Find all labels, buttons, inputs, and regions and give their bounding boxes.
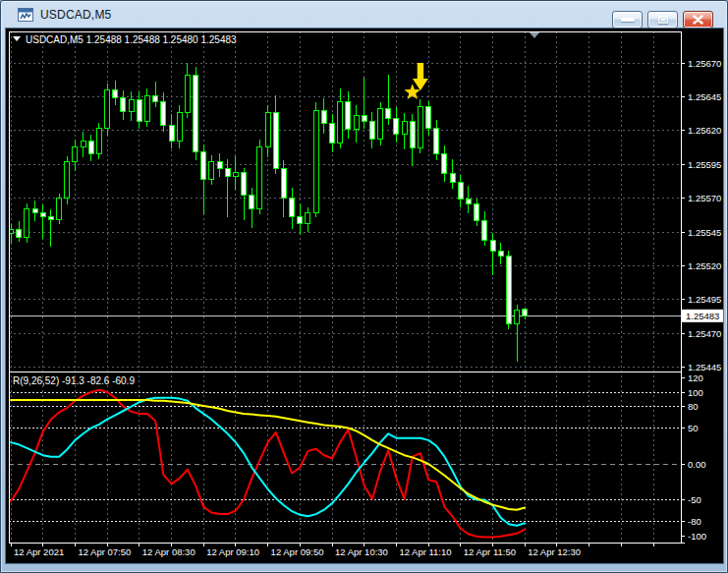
candle	[265, 113, 270, 146]
indicator-label: R(9,26,52) -91.3 -82.6 -60.9	[13, 375, 135, 386]
candle	[25, 209, 29, 238]
indicator-tick-label: 0.00	[688, 459, 706, 470]
current-price-label: 1.25483	[686, 311, 719, 321]
time-tick-label: 12 Apr 2021	[14, 546, 64, 557]
candle	[129, 99, 134, 111]
close-icon	[693, 15, 703, 25]
candle	[442, 153, 447, 174]
candle	[88, 142, 93, 153]
time-tick-label: 12 Apr 10:30	[335, 546, 388, 557]
minimize-button[interactable]	[612, 11, 643, 29]
candle	[242, 172, 247, 195]
candle	[426, 106, 431, 128]
price-tick-label: 1.25520	[688, 260, 721, 271]
time-tick-label: 12 Apr 08:30	[142, 546, 196, 557]
candle	[306, 213, 310, 224]
candle	[482, 221, 487, 240]
indicator-tick-label: -80	[688, 516, 701, 527]
candle	[290, 199, 295, 217]
time-tick-label: 12 Apr 11:50	[464, 546, 516, 557]
candle	[137, 99, 141, 121]
candle	[523, 309, 528, 315]
price-tick-label: 1.25620	[688, 125, 721, 136]
time-tick-label: 12 Apr 12:30	[528, 546, 581, 557]
candle	[217, 161, 222, 168]
candle	[490, 240, 495, 251]
candle	[402, 121, 407, 135]
candle	[362, 116, 366, 122]
indicator-tick-label: 120	[688, 372, 703, 383]
window-controls	[612, 11, 713, 29]
candle	[17, 229, 22, 237]
price-tick-label: 1.25670	[688, 58, 721, 69]
price-tick-label: 1.25470	[688, 328, 721, 339]
candle	[394, 118, 399, 135]
candle	[273, 113, 278, 168]
close-button[interactable]	[683, 11, 713, 29]
candle	[338, 102, 343, 143]
candle	[144, 95, 149, 121]
mt4-chart-window: USDCAD,M5 1.256701.256451.256201.255951.…	[0, 0, 728, 573]
price-tick-label: 1.25645	[688, 91, 721, 102]
candle	[201, 152, 206, 180]
candle	[257, 146, 262, 208]
candle	[81, 142, 85, 147]
candle	[32, 209, 37, 213]
time-tick-label: 12 Apr 09:50	[271, 546, 324, 557]
indicator-tick-label: -50	[688, 494, 701, 505]
candle	[194, 75, 198, 151]
window-titlebar[interactable]: USDCAD,M5	[2, 2, 726, 28]
candle	[153, 95, 158, 102]
price-tick-label: 1.25545	[688, 227, 721, 238]
indicator-tick-label: 80	[688, 401, 699, 412]
candle	[466, 200, 471, 203]
candle	[298, 217, 303, 224]
chart-client-area: 1.256701.256451.256201.255951.255701.255…	[6, 29, 723, 563]
indicator-tick-label: -100	[688, 531, 706, 542]
candle	[233, 172, 238, 176]
candle	[169, 125, 174, 142]
restore-icon	[658, 16, 668, 24]
candle	[418, 106, 422, 148]
candle	[121, 98, 126, 112]
candle	[410, 121, 415, 148]
candle	[378, 109, 383, 139]
candle	[250, 196, 254, 209]
window-title: USDCAD,M5	[40, 8, 111, 22]
candle	[450, 174, 455, 182]
candle	[458, 182, 463, 200]
candle	[386, 109, 391, 119]
candle	[57, 199, 62, 220]
candle	[177, 113, 182, 142]
candle	[330, 124, 335, 143]
candle	[346, 102, 351, 130]
candle	[475, 203, 479, 221]
candle	[96, 128, 101, 153]
candle	[113, 90, 118, 98]
ohlc-label: USDCAD,M5 1.25488 1.25488 1.25480 1.2548…	[26, 34, 237, 45]
candle	[498, 251, 503, 257]
price-tick-label: 1.25595	[688, 159, 721, 170]
maximize-button[interactable]	[647, 11, 678, 29]
candle	[161, 102, 166, 125]
candle	[185, 75, 190, 113]
indicator-tick-label: 50	[688, 423, 699, 433]
candle	[40, 213, 45, 217]
candle	[506, 257, 511, 324]
candle	[209, 161, 214, 179]
time-tick-label: 12 Apr 09:10	[206, 546, 259, 557]
time-tick-label: 12 Apr 11:10	[399, 546, 451, 557]
indicator-tick-label: 100	[688, 387, 703, 398]
candle	[369, 121, 374, 139]
candle	[105, 90, 110, 129]
candle	[515, 311, 520, 324]
price-tick-label: 1.25495	[688, 294, 721, 305]
candle	[73, 146, 78, 161]
candle	[48, 217, 53, 220]
chart-window-icon	[18, 7, 33, 23]
candle	[65, 161, 70, 198]
candle	[434, 128, 439, 153]
chart-canvas[interactable]: 1.256701.256451.256201.255951.255701.255…	[6, 29, 723, 563]
candle	[281, 168, 286, 198]
minimize-icon	[621, 18, 635, 22]
